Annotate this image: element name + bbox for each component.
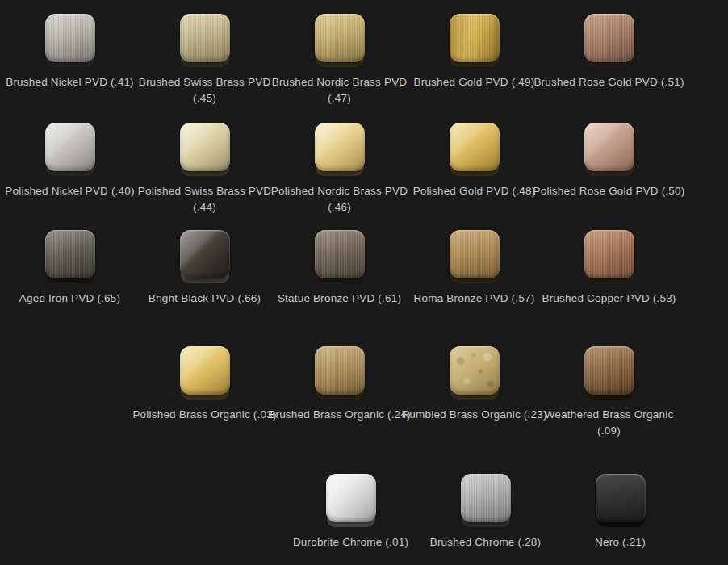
swatch-face [180,230,230,278]
finish-row-4: Polished Brass Organic (.03) Brushed Bra… [137,346,676,438]
finish-swatch-image [45,123,95,176]
finish-swatch-image [180,14,230,67]
finish-option-polished-nordic-brass-pvd-46[interactable]: Polished Nordic Brass PVD(.46) [272,123,407,215]
finish-label: Brushed Gold PVD (.49) [414,74,535,90]
finish-label: Rumbled Brass Organic (.23) [401,407,546,423]
swatch-face [450,123,500,171]
finish-row-5: Durobrite Chrome (.01) Brushed Chrome (.… [283,474,688,550]
swatch-face [180,346,230,395]
finish-swatch-image [315,346,365,400]
finish-label: Bright Black PVD (.66) [149,291,261,307]
swatch-face [584,123,634,171]
finish-option-rumbled-brass-organic-23[interactable]: Rumbled Brass Organic (.23) [407,346,542,438]
finish-label: Roma Bronze PVD (.57) [414,291,535,307]
finish-label: Aged Iron PVD (.65) [19,291,120,307]
swatch-face [45,230,95,278]
finish-option-statue-bronze-pvd-61[interactable]: Statue Bronze PVD (.61) [272,230,407,307]
finish-label: Polished Rose Gold PVD (.50) [533,183,685,199]
swatch-face [584,230,634,278]
finish-label: Polished Nickel PVD (.40) [5,183,134,199]
finish-option-brushed-swiss-brass-pvd-45[interactable]: Brushed Swiss Brass PVD(.45) [137,14,272,106]
swatch-face [45,123,95,171]
finish-swatch-image [450,14,500,67]
finish-swatch-image [584,123,634,176]
swatch-face [180,123,230,171]
finish-option-polished-nickel-pvd-40[interactable]: Polished Nickel PVD (.40) [2,123,137,215]
finish-row-1: Brushed Nickel PVD (.41) Brushed Swiss B… [2,14,676,106]
swatch-face [461,474,511,522]
finish-option-brushed-copper-pvd-53[interactable]: Brushed Copper PVD (.53) [542,230,676,307]
finish-swatch-image [315,123,365,176]
finish-label: Brushed Swiss Brass PVD(.45) [139,74,271,106]
finish-label: Nero (.21) [595,534,646,550]
finish-row-2: Polished Nickel PVD (.40) Polished Swiss… [2,123,676,215]
finish-option-polished-rose-gold-pvd-50[interactable]: Polished Rose Gold PVD (.50) [542,123,676,215]
swatch-face [584,346,634,395]
finish-swatch-image [180,123,230,176]
finish-label: Brushed Chrome (.28) [430,534,542,550]
finish-swatch-image [315,14,365,67]
swatch-face [315,346,365,395]
finish-swatch-image [584,346,634,400]
finish-option-polished-brass-organic-03[interactable]: Polished Brass Organic (.03) [137,346,272,438]
finish-label: Brushed Nickel PVD (.41) [6,74,134,90]
finish-swatch-image [450,123,500,176]
finish-label: Durobrite Chrome (.01) [293,534,408,550]
swatch-face [584,14,634,62]
swatch-face [450,14,500,62]
finish-option-aged-iron-pvd-65[interactable]: Aged Iron PVD (.65) [2,230,137,307]
finish-option-bright-black-pvd-66[interactable]: Bright Black PVD (.66) [137,230,272,307]
finish-option-nero-21[interactable]: Nero (.21) [553,474,688,550]
swatch-face [315,230,365,278]
finish-swatch-image [45,230,95,283]
finish-swatch-image [584,230,634,283]
finish-option-brushed-nickel-pvd-41[interactable]: Brushed Nickel PVD (.41) [2,14,137,106]
swatch-face [180,14,230,62]
finish-label: Polished Brass Organic (.03) [132,407,276,423]
finish-option-weathered-brass-organic-09[interactable]: Weathered Brass Organic(.09) [542,346,676,438]
swatch-face [315,123,365,171]
finish-swatch-image [584,14,634,67]
finish-row-3: Aged Iron PVD (.65) Bright Black PVD (.6… [2,230,676,307]
finish-option-polished-gold-pvd-48[interactable]: Polished Gold PVD (.48) [407,123,542,215]
finish-label: Statue Bronze PVD (.61) [278,291,401,307]
finish-option-polished-swiss-brass-pvd-44[interactable]: Polished Swiss Brass PVD(.44) [137,123,272,215]
finish-swatch-image [450,346,500,400]
finish-swatch-image [596,474,646,527]
swatch-face [326,474,376,522]
finish-swatch-image [461,474,511,527]
finish-swatch-image [45,14,95,67]
swatch-face [315,14,365,62]
finish-swatch-image [180,346,230,400]
finish-grid: Brushed Nickel PVD (.41) Brushed Swiss B… [0,0,728,565]
finish-swatch-image [450,230,500,283]
finish-label: Polished Swiss Brass PVD(.44) [138,183,271,215]
finish-option-brushed-chrome-28[interactable]: Brushed Chrome (.28) [418,474,553,550]
finish-label: Brushed Rose Gold PVD (.51) [533,74,684,90]
swatch-face [596,474,646,522]
finish-option-brushed-nordic-brass-pvd-47[interactable]: Brushed Nordic Brass PVD(.47) [272,14,407,106]
finish-option-roma-bronze-pvd-57[interactable]: Roma Bronze PVD (.57) [407,230,542,307]
finish-option-brushed-rose-gold-pvd-51[interactable]: Brushed Rose Gold PVD (.51) [542,14,676,106]
finish-label: Polished Gold PVD (.48) [413,183,536,199]
finish-label: Brushed Nordic Brass PVD(.47) [272,74,408,106]
finish-label: Brushed Brass Organic (.24) [268,407,410,423]
swatch-face [45,14,95,62]
swatch-face [450,346,500,395]
swatch-face [450,230,500,278]
finish-option-brushed-gold-pvd-49[interactable]: Brushed Gold PVD (.49) [407,14,542,106]
finish-label: Brushed Copper PVD (.53) [542,291,676,307]
finish-option-brushed-brass-organic-24[interactable]: Brushed Brass Organic (.24) [272,346,407,438]
finish-swatch-image [180,230,230,283]
finish-swatch-image [326,474,376,527]
finish-label: Weathered Brass Organic(.09) [545,407,674,438]
finish-label: Polished Nordic Brass PVD(.46) [271,183,408,215]
finish-option-durobrite-chrome-01[interactable]: Durobrite Chrome (.01) [283,474,418,550]
finish-swatch-image [315,230,365,283]
